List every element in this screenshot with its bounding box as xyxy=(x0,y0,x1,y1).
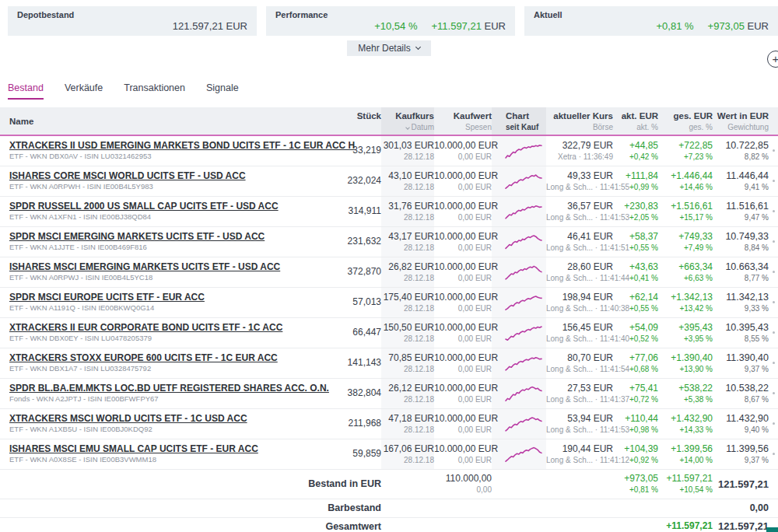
holdings-table: Name Stück KaufkursDatum KaufwertSpesen … xyxy=(0,107,778,532)
instrument-name-link[interactable]: SPDR RUSSELL 2000 US SMALL CAP UCITS ETF… xyxy=(9,201,319,212)
tab-bestand[interactable]: Bestand xyxy=(8,82,44,100)
bestand-summary-row: Bestand in EUR 110.000,000,00 +973,05+0,… xyxy=(0,469,778,499)
sparkline-chart[interactable] xyxy=(492,135,546,166)
akt-eur-cell: +54,09+0,52 % xyxy=(613,317,658,348)
sparkline-chart[interactable] xyxy=(492,257,546,287)
gesamtwert-ges: +11.597,21 xyxy=(658,517,713,532)
summary-box-performance: Performance +10,54 %+11.597,21 EUR xyxy=(266,6,515,36)
sparkline-chart[interactable] xyxy=(492,408,546,439)
ges-eur-cell: +1.342,13+13,42 % xyxy=(658,287,713,317)
sparkline-chart[interactable] xyxy=(492,439,546,469)
row-options-cell[interactable] xyxy=(769,317,778,348)
instrument-cell: XTRACKERS STOXX EUROPE 600 UCITS ETF - 1… xyxy=(0,348,319,378)
row-options-cell[interactable] xyxy=(769,408,778,439)
instrument-name-link[interactable]: XTRACKERS II USD EMERGING MARKETS BOND U… xyxy=(9,140,319,151)
instrument-wkn-isin: ETF - WKN DBX0EY - ISIN LU0478205379 xyxy=(9,333,319,343)
plus-icon: + xyxy=(773,52,778,65)
kaufkurs-cell: 301,03 EUR28.12.18 xyxy=(381,135,434,166)
kaufwert-cell: 10.000,00 EUR0,00 EUR xyxy=(434,439,492,469)
instrument-wkn-isin: ETF - WKN A1191Q - ISIN IE00BKWQ0G14 xyxy=(9,303,319,313)
add-button[interactable]: + xyxy=(767,51,778,68)
holding-row: SPDR RUSSELL 2000 US SMALL CAP UCITS ETF… xyxy=(0,196,778,226)
row-options-cell[interactable] xyxy=(769,439,778,469)
instrument-cell: ISHARES CORE MSCI WORLD UCITS ETF - USD … xyxy=(0,166,319,196)
column-header-chart[interactable]: Chartseit Kauf xyxy=(492,107,546,135)
column-header-wert-in-eur[interactable]: Wert in EURGewichtung xyxy=(713,107,769,135)
sparkline-chart[interactable] xyxy=(492,287,546,317)
kaufkurs-cell: 31,76 EUR28.12.18 xyxy=(381,196,434,226)
wert-cell: 11.432,909,40 % xyxy=(713,408,769,439)
sparkline-chart[interactable] xyxy=(492,317,546,348)
instrument-name-link[interactable]: SPDR MSCI EUROPE UCITS ETF - EUR ACC xyxy=(9,292,319,303)
column-header-kaufkurs[interactable]: KaufkursDatum xyxy=(381,107,434,135)
wert-cell: 11.390,409,37 % xyxy=(713,348,769,378)
holding-row: XTRACKERS MSCI WORLD UCITS ETF - 1C USD … xyxy=(0,408,778,439)
instrument-wkn-isin: ETF - WKN A1JJTE - ISIN IE00B469F816 xyxy=(9,242,319,252)
kaufwert-cell: 10.000,00 EUR0,00 EUR xyxy=(434,135,492,166)
kaufkurs-cell: 70,85 EUR28.12.18 xyxy=(381,348,434,378)
wert-cell: 11.516,619,47 % xyxy=(713,196,769,226)
barbestand-wert: 0,00 xyxy=(713,499,769,517)
bestand-kaufwert: 110.000,000,00 xyxy=(434,469,492,499)
column-header-stueck[interactable]: Stück xyxy=(319,107,381,135)
row-options-cell[interactable] xyxy=(769,257,778,287)
sparkline-chart[interactable] xyxy=(492,196,546,226)
tab-verkaeufe[interactable]: Verkäufe xyxy=(65,82,103,100)
sparkline-chart[interactable] xyxy=(492,348,546,378)
holding-row: SPDR MSCI EUROPE UCITS ETF - EUR ACC ETF… xyxy=(0,287,778,317)
row-options-cell[interactable] xyxy=(769,135,778,166)
bestand-in-eur-label: Bestand in EUR xyxy=(0,469,381,499)
akt-eur-cell: +62,14+0,55 % xyxy=(613,287,658,317)
stueck-cell: 59,859 xyxy=(319,439,381,469)
row-options-dot xyxy=(773,331,775,334)
aktuell-label: Aktuell xyxy=(534,10,769,19)
instrument-cell: ISHARES MSCI EMERGING MARKETS UCITS ETF … xyxy=(0,257,319,287)
tab-transaktionen[interactable]: Transaktionen xyxy=(124,82,185,100)
instrument-name-link[interactable]: ISHARES MSCI EMU SMALL CAP UCITS ETF - E… xyxy=(9,443,319,454)
row-options-cell[interactable] xyxy=(769,166,778,196)
sparkline-chart[interactable] xyxy=(492,378,546,408)
holding-row: XTRACKERS II EUR CORPORATE BOND UCITS ET… xyxy=(0,317,778,348)
row-options-cell[interactable] xyxy=(769,378,778,408)
column-header-akt-eur[interactable]: akt. EURakt. % xyxy=(613,107,658,135)
column-header-aktueller-kurs[interactable]: aktueller KursBörse xyxy=(546,107,613,135)
row-options-cell[interactable] xyxy=(769,226,778,257)
row-options-cell[interactable] xyxy=(769,196,778,226)
akt-eur-cell: +111,84+0,99 % xyxy=(613,166,658,196)
kaufwert-cell: 10.000,00 EUR0,00 EUR xyxy=(434,408,492,439)
gesamtwert-label: Gesamtwert xyxy=(0,517,381,532)
aktueller-kurs-cell: 322,79 EURXetra · 11:36:49 xyxy=(546,135,613,166)
instrument-name-link[interactable]: SPDR BL.BA.EM.MKTS LOC.BD UETF REGISTERE… xyxy=(9,383,319,394)
instrument-name-link[interactable]: ISHARES CORE MSCI WORLD UCITS ETF - USD … xyxy=(9,170,319,181)
ges-eur-cell: +538,22+5,38 % xyxy=(658,378,713,408)
sparkline-chart[interactable] xyxy=(492,226,546,257)
row-options-dot xyxy=(773,301,775,303)
sparkline-chart[interactable] xyxy=(492,166,546,196)
ges-eur-cell: +749,33+7,49 % xyxy=(658,226,713,257)
performance-value: +10,54 %+11.597,21 EUR xyxy=(275,20,506,32)
row-options-cell[interactable] xyxy=(769,348,778,378)
aktueller-kurs-cell: 28,60 EURLong & Sch... · 11:41:44 xyxy=(546,257,613,287)
aktueller-kurs-cell: 156,45 EURLong & Sch... · 11:41:40 xyxy=(546,317,613,348)
instrument-name-link[interactable]: XTRACKERS II EUR CORPORATE BOND UCITS ET… xyxy=(9,322,319,333)
column-header-ges-eur[interactable]: ges. EURges. % xyxy=(658,107,713,135)
akt-eur-cell: +58,37+0,55 % xyxy=(613,226,658,257)
gesamtwert-wert: 121.597,21 xyxy=(713,517,769,532)
aktueller-kurs-cell: 198,94 EURLong & Sch... · 11:40:38 xyxy=(546,287,613,317)
kaufkurs-cell: 43,17 EUR28.12.18 xyxy=(381,226,434,257)
instrument-name-link[interactable]: XTRACKERS STOXX EUROPE 600 UCITS ETF - 1… xyxy=(9,352,319,363)
instrument-name-link[interactable]: SPDR MSCI EMERGING MARKETS UCITS ETF - U… xyxy=(9,231,319,242)
holding-row: XTRACKERS STOXX EUROPE 600 UCITS ETF - 1… xyxy=(0,348,778,378)
instrument-name-link[interactable]: XTRACKERS MSCI WORLD UCITS ETF - 1C USD … xyxy=(9,413,319,424)
tab-signale[interactable]: Signale xyxy=(206,82,239,100)
column-header-name[interactable]: Name xyxy=(0,107,319,135)
instrument-wkn-isin: Fonds - WKN A2JPTJ - ISIN IE00BFWFPY67 xyxy=(9,394,319,404)
row-options-cell[interactable] xyxy=(769,287,778,317)
instrument-name-link[interactable]: ISHARES MSCI EMERGING MARKETS UCITS ETF … xyxy=(9,261,319,272)
kaufkurs-cell: 150,50 EUR28.12.18 xyxy=(381,317,434,348)
wert-cell: 11.399,569,37 % xyxy=(713,439,769,469)
more-details-button[interactable]: Mehr Details xyxy=(347,40,430,56)
column-header-kaufwert[interactable]: KaufwertSpesen xyxy=(434,107,492,135)
instrument-wkn-isin: ETF - WKN A1XFN1 - ISIN IE00BJ38QD84 xyxy=(9,212,319,222)
ges-eur-cell: +1.390,40+13,90 % xyxy=(658,348,713,378)
